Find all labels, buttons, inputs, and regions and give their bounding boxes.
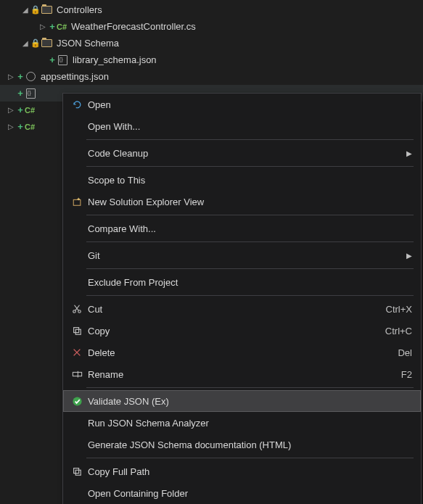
menu-label: Copy Full Path — [85, 466, 412, 477]
menu-run-json-analyzer[interactable]: Run JSON Schema Analyzer — [63, 412, 421, 434]
tree-label: Controllers — [57, 4, 102, 15]
json-file-icon — [25, 88, 36, 99]
tree-label: WeatherForecastController.cs — [71, 21, 196, 32]
menu-label: Cut — [85, 304, 386, 315]
menu-open[interactable]: Open — [63, 94, 421, 115]
menu-shortcut: Del — [398, 347, 412, 358]
tree-file-weatherforecast[interactable]: ▷ + C# WeatherForecastController.cs — [0, 18, 423, 35]
menu-separator — [86, 215, 414, 215]
menu-label: Open — [85, 99, 412, 110]
menu-label: Run JSON Schema Analyzer — [85, 418, 412, 429]
csharp-icon: C# — [25, 106, 35, 115]
tree-label: appsettings.json — [41, 71, 109, 82]
menu-exclude-from-project[interactable]: Exclude From Project — [63, 271, 421, 293]
cut-icon — [69, 304, 85, 314]
tree-folder-controllers[interactable]: ◢ 🔒 Controllers — [0, 1, 423, 18]
csharp-icon: C# — [57, 22, 67, 31]
menu-git[interactable]: Git ▶ — [63, 244, 421, 266]
svg-point-2 — [78, 310, 81, 313]
vcs-added-icon: + — [16, 71, 25, 82]
menu-compare-with[interactable]: Compare With... — [63, 218, 421, 239]
lock-icon: 🔒 — [30, 38, 41, 48]
submenu-arrow-icon: ▶ — [406, 149, 412, 157]
menu-label: Exclude From Project — [85, 277, 412, 288]
menu-label: Git — [85, 250, 406, 261]
menu-copy[interactable]: Copy Ctrl+C — [63, 320, 421, 342]
svg-rect-8 — [75, 470, 81, 475]
menu-cut[interactable]: Cut Ctrl+X — [63, 298, 421, 320]
menu-separator — [86, 387, 414, 388]
folder-icon — [41, 5, 52, 15]
menu-separator — [86, 139, 414, 140]
vcs-added-icon: + — [48, 21, 57, 32]
chevron-down-icon[interactable]: ◢ — [20, 39, 30, 47]
chevron-down-icon[interactable]: ◢ — [20, 6, 30, 14]
svg-rect-4 — [75, 329, 81, 334]
menu-separator — [86, 166, 414, 167]
menu-label: Rename — [85, 369, 401, 380]
tree-file-appsettings[interactable]: ▷ + appsettings.json — [0, 68, 423, 85]
validate-icon — [69, 396, 85, 407]
tree-file-libraryschema[interactable]: ▷ + library_schema.json — [0, 51, 423, 68]
copy-icon — [69, 326, 85, 336]
menu-label: Open With... — [85, 121, 412, 132]
chevron-right-icon[interactable]: ▷ — [38, 22, 48, 30]
menu-label: Copy — [85, 326, 385, 336]
menu-delete[interactable]: Delete Del — [63, 342, 421, 363]
context-menu: Open Open With... Code Cleanup ▶ Scope t… — [62, 93, 422, 504]
menu-label: Scope to This — [85, 175, 412, 186]
open-icon — [69, 99, 85, 110]
svg-rect-7 — [74, 468, 79, 474]
menu-new-solution-explorer[interactable]: New Solution Explorer View — [63, 191, 421, 212]
new-view-icon — [69, 197, 85, 207]
menu-separator — [86, 241, 414, 242]
menu-validate-json[interactable]: Validate JSON (Ex) — [63, 390, 421, 412]
menu-shortcut: F2 — [401, 369, 412, 380]
vcs-added-icon: + — [16, 104, 25, 115]
vcs-added-icon: + — [16, 121, 25, 132]
settings-file-icon — [25, 72, 36, 82]
spacer: ▷ — [38, 56, 48, 64]
svg-point-6 — [73, 397, 81, 405]
tree-folder-jsonschema[interactable]: ◢ 🔒 JSON Schema — [0, 35, 423, 51]
menu-rename[interactable]: Rename F2 — [63, 363, 421, 385]
menu-generate-json-doc[interactable]: Generate JSON Schema documentation (HTML… — [63, 434, 421, 455]
menu-label: Compare With... — [85, 223, 412, 234]
menu-separator — [86, 458, 414, 458]
menu-copy-full-path[interactable]: Copy Full Path — [63, 460, 421, 482]
chevron-right-icon[interactable]: ▷ — [6, 123, 16, 131]
menu-scope-to-this[interactable]: Scope to This — [63, 169, 421, 191]
tree-label: library_schema.json — [73, 54, 157, 65]
tree-label: JSON Schema — [57, 38, 119, 49]
lock-icon: 🔒 — [30, 5, 41, 15]
menu-separator — [86, 268, 414, 269]
menu-separator — [86, 295, 414, 296]
chevron-right-icon[interactable]: ▷ — [6, 73, 16, 80]
delete-icon — [69, 347, 85, 358]
json-file-icon — [57, 55, 68, 65]
submenu-arrow-icon: ▶ — [406, 252, 412, 260]
vcs-added-icon: + — [16, 88, 25, 99]
svg-rect-0 — [73, 199, 81, 205]
menu-label: Generate JSON Schema documentation (HTML… — [85, 439, 412, 450]
svg-rect-5 — [73, 372, 81, 376]
svg-point-1 — [73, 310, 76, 313]
menu-open-with[interactable]: Open With... — [63, 115, 421, 137]
copy-icon — [69, 466, 85, 476]
rename-icon — [69, 369, 85, 379]
menu-label: New Solution Explorer View — [85, 197, 412, 207]
vcs-added-icon: + — [48, 54, 57, 65]
spacer: ▷ — [6, 89, 16, 97]
menu-label: Delete — [85, 347, 398, 358]
folder-icon — [41, 38, 52, 49]
menu-open-containing-folder[interactable]: Open Containing Folder — [63, 482, 421, 504]
menu-code-cleanup[interactable]: Code Cleanup ▶ — [63, 142, 421, 164]
csharp-icon: C# — [25, 123, 35, 131]
menu-label: Code Cleanup — [85, 148, 406, 159]
menu-shortcut: Ctrl+C — [385, 326, 412, 336]
menu-label: Open Containing Folder — [85, 488, 412, 499]
menu-shortcut: Ctrl+X — [386, 304, 412, 315]
menu-label: Validate JSON (Ex) — [85, 396, 412, 407]
svg-rect-3 — [74, 328, 79, 333]
chevron-right-icon[interactable]: ▷ — [6, 106, 16, 114]
